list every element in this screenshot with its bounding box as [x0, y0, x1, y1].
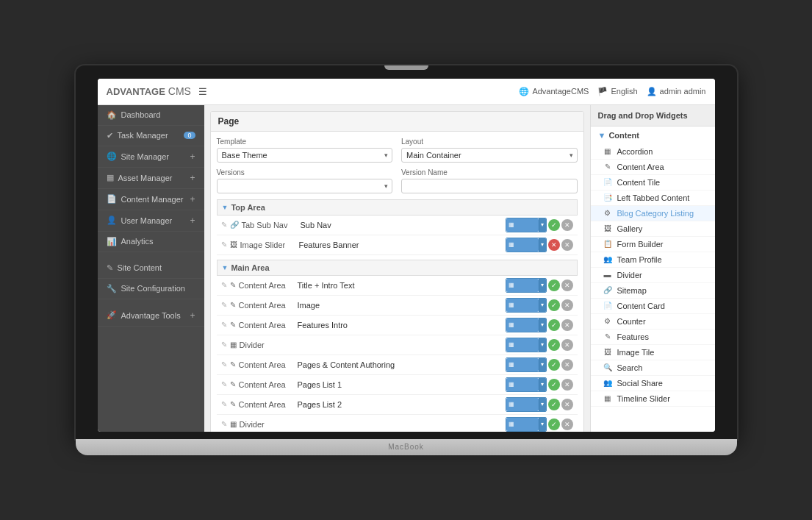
ctrl-green-btn[interactable]: ✓	[548, 399, 560, 410]
ctrl-dropdown-btn[interactable]: ▾	[539, 418, 546, 431]
sidebar-item-analytics[interactable]: 📊 Analytics	[98, 232, 204, 252]
ctrl-green-btn[interactable]: ✓	[548, 359, 560, 371]
versions-select[interactable]	[217, 179, 393, 193]
version-name-input[interactable]	[401, 179, 578, 193]
ctrl-green-btn[interactable]: ✓	[548, 279, 560, 291]
ctrl-gray-btn[interactable]: ✕	[561, 399, 573, 410]
ctrl-main-btn[interactable]: ▦	[506, 358, 539, 371]
ctrl-main-btn[interactable]: ▦	[506, 338, 539, 352]
edit-icon[interactable]: ✎	[221, 400, 227, 408]
edit-icon[interactable]: ✎	[221, 420, 227, 428]
ctrl-dropdown-btn[interactable]: ▾	[539, 358, 546, 371]
ctrl-dropdown-btn[interactable]: ▾	[539, 238, 546, 252]
edit-icon[interactable]: ✎	[221, 301, 227, 309]
sidebar-item-dashboard[interactable]: 🏠 Dashboard	[98, 105, 204, 126]
ctrl-gray-btn[interactable]: ✕	[561, 239, 573, 251]
language-selector[interactable]: 🏴 English	[597, 87, 637, 96]
widget-form-builder[interactable]: 📋 Form Builder	[591, 237, 715, 252]
ctrl-main-btn[interactable]: ▦	[506, 318, 539, 332]
site-config-icon: 🔧	[107, 284, 117, 293]
ctrl-dropdown-btn[interactable]: ▾	[539, 398, 546, 411]
ctrl-main-btn[interactable]: ▦	[506, 398, 539, 411]
user-menu[interactable]: 👤 admin admin	[647, 87, 706, 96]
edit-icon[interactable]: ✎	[221, 241, 227, 249]
ctrl-gray-btn[interactable]: ✕	[561, 319, 573, 331]
widget-section-label: Content	[608, 131, 639, 140]
ctrl-icon: ▦	[509, 221, 514, 228]
sidebar-item-user-manager[interactable]: 👤 User Manager +	[98, 210, 204, 232]
ctrl-red-btn[interactable]: ✕	[548, 239, 560, 251]
widget-content-tile[interactable]: 📄 Content Tile	[591, 175, 715, 190]
ctrl-green-btn[interactable]: ✓	[548, 379, 560, 391]
widget-label: Team Profile	[617, 255, 662, 264]
site-selector[interactable]: 🌐 AdvantageCMS	[519, 87, 589, 96]
ctrl-gray-btn[interactable]: ✕	[561, 299, 573, 311]
hamburger-icon[interactable]: ☰	[198, 86, 207, 97]
widget-left-tabbed[interactable]: 📑 Left Tabbed Content	[591, 190, 715, 206]
widget-counter[interactable]: ⚙ Counter	[591, 314, 715, 330]
widget-blog-category[interactable]: ⚙ Blog Category Listing	[591, 206, 715, 221]
ctrl-green-btn[interactable]: ✓	[548, 299, 560, 311]
widget-gallery[interactable]: 🖼 Gallery	[591, 221, 715, 237]
ctrl-gray-btn[interactable]: ✕	[561, 359, 573, 371]
cms-logo: ADVANTAGE CMS	[107, 85, 191, 97]
widget-image-tile[interactable]: 🖼 Image Tile	[591, 345, 715, 360]
ctrl-dropdown-btn[interactable]: ▾	[539, 378, 546, 391]
ctrl-dropdown-btn[interactable]: ▾	[539, 279, 546, 292]
sidebar-item-site-content[interactable]: ✎ Site Content	[98, 258, 204, 279]
ctrl-gray-btn[interactable]: ✕	[561, 419, 573, 430]
widget-social-share[interactable]: 👥 Social Share	[591, 376, 715, 391]
ctrl-icon: ▦	[509, 241, 514, 248]
ctrl-dropdown-btn[interactable]: ▾	[539, 338, 546, 352]
ctrl-main-btn[interactable]: ▦	[506, 279, 539, 292]
ctrl-green-btn[interactable]: ✓	[548, 339, 560, 351]
sidebar-item-task-manager[interactable]: ✔ Task Manager 0	[98, 126, 204, 146]
edit-icon[interactable]: ✎	[221, 360, 227, 368]
edit-icon[interactable]: ✎	[221, 341, 227, 349]
widget-accordion[interactable]: ▦ Accordion	[591, 144, 715, 160]
edit-icon[interactable]: ✎	[221, 380, 227, 388]
ctrl-green-btn[interactable]: ✓	[548, 419, 560, 430]
widget-timeline-slider[interactable]: ▦ Timeline Slider	[591, 391, 715, 407]
ctrl-green-btn[interactable]: ✓	[548, 219, 560, 231]
edit-icon[interactable]: ✎	[221, 221, 227, 229]
ctrl-green-btn[interactable]: ✓	[548, 319, 560, 331]
ctrl-gray-btn[interactable]: ✕	[561, 279, 573, 291]
sidebar-item-site-manager[interactable]: 🌐 Site Manager +	[98, 146, 204, 168]
widget-content-card[interactable]: 📄 Content Card	[591, 299, 715, 314]
widget-label: Divider	[617, 271, 642, 279]
ctrl-dropdown-btn[interactable]: ▾	[539, 299, 546, 312]
sidebar-item-site-configuration[interactable]: 🔧 Site Configuration	[98, 279, 204, 299]
ctrl-dropdown-btn[interactable]: ▾	[539, 218, 546, 232]
widget-label: Search	[617, 363, 643, 372]
ctrl-gray-btn[interactable]: ✕	[561, 379, 573, 391]
widget-divider[interactable]: ▬ Divider	[591, 268, 715, 283]
macbook-label: MacBook	[388, 443, 424, 451]
sidebar-item-advantage-tools[interactable]: 🚀 Advantage Tools +	[98, 305, 204, 327]
widget-team-profile[interactable]: 👥 Team Profile	[591, 252, 715, 268]
widget-section-toggle[interactable]: ▼ Content	[591, 127, 715, 144]
ctrl-main-btn[interactable]: ▦	[506, 378, 539, 391]
edit-icon[interactable]: ✎	[221, 281, 227, 289]
ctrl-gray-btn[interactable]: ✕	[561, 219, 573, 231]
ctrl-gray-btn[interactable]: ✕	[561, 339, 573, 351]
main-area-header[interactable]: ▼ Main Area	[217, 260, 578, 276]
sidebar-item-asset-manager[interactable]: ▦ Asset Manager +	[98, 168, 204, 189]
layout-select[interactable]: Main Container	[401, 148, 578, 163]
edit-icon[interactable]: ✎	[221, 321, 227, 329]
widget-content-area[interactable]: ✎ Content Area	[591, 160, 715, 175]
template-select[interactable]: Base Theme	[217, 148, 393, 163]
ctrl-main-btn[interactable]: ▦	[506, 299, 539, 312]
top-area-header[interactable]: ▼ Top Area	[217, 199, 578, 216]
widget-features[interactable]: ✎ Features	[591, 330, 715, 345]
ctrl-main-btn[interactable]: ▦	[506, 238, 539, 252]
ctrl-main-btn[interactable]: ▦	[506, 218, 539, 232]
ctrl-dropdown-btn[interactable]: ▾	[539, 318, 546, 332]
widget-search[interactable]: 🔍 Search	[591, 360, 715, 376]
widget-sitemap[interactable]: 🔗 Sitemap	[591, 283, 715, 299]
ctrl-main-btn[interactable]: ▦	[506, 418, 539, 431]
table-row: ✎ ✎ Content Area Pages List 2 ▦ ▾	[217, 395, 578, 415]
laptop-base: MacBook	[76, 439, 737, 455]
row-controls: ▦ ▾ ✓ ✕	[506, 417, 573, 432]
sidebar-item-content-manager[interactable]: 📄 Content Manager +	[98, 189, 204, 210]
